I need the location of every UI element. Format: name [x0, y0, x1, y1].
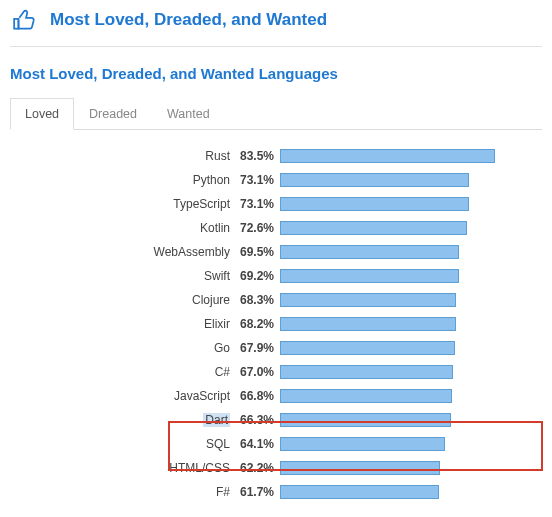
bar-row: Swift69.2%: [10, 266, 542, 286]
bar-row: Clojure68.3%: [10, 290, 542, 310]
tab-bar: Loved Dreaded Wanted: [10, 98, 542, 130]
bar-value-label: 66.3%: [240, 413, 280, 427]
bar-value-label: 66.8%: [240, 389, 280, 403]
bar-fill: [280, 269, 459, 283]
bar-fill: [280, 461, 440, 475]
bar-value-label: 72.6%: [240, 221, 280, 235]
bar-track: [280, 245, 538, 259]
page-title: Most Loved, Dreaded, and Wanted: [50, 10, 327, 30]
tab-loved[interactable]: Loved: [10, 98, 74, 130]
bar-track: [280, 221, 538, 235]
page-header: Most Loved, Dreaded, and Wanted: [10, 6, 542, 47]
bar-row: Python73.1%: [10, 170, 542, 190]
bar-track: [280, 317, 538, 331]
bar-fill: [280, 221, 467, 235]
bar-row: C#67.0%: [10, 362, 542, 382]
bar-category-label: Python: [10, 173, 240, 187]
tab-dreaded[interactable]: Dreaded: [74, 98, 152, 130]
chart-container: Rust83.5%Python73.1%TypeScript73.1%Kotli…: [10, 146, 542, 502]
bar-value-label: 73.1%: [240, 173, 280, 187]
bar-row: JavaScript66.8%: [10, 386, 542, 406]
bar-category-label: Dart: [10, 413, 240, 427]
bar-category-label: TypeScript: [10, 197, 240, 211]
bar-row: TypeScript73.1%: [10, 194, 542, 214]
bar-track: [280, 485, 538, 499]
bar-track: [280, 341, 538, 355]
bar-track: [280, 365, 538, 379]
bar-fill: [280, 341, 455, 355]
bar-fill: [280, 197, 469, 211]
bar-track: [280, 437, 538, 451]
bar-category-label: Go: [10, 341, 240, 355]
bar-fill: [280, 365, 453, 379]
bar-category-label: Elixir: [10, 317, 240, 331]
bar-row: HTML/CSS62.2%: [10, 458, 542, 478]
bar-value-label: 67.0%: [240, 365, 280, 379]
bar-fill: [280, 413, 451, 427]
bar-row: Rust83.5%: [10, 146, 542, 166]
bar-row: Kotlin72.6%: [10, 218, 542, 238]
bar-track: [280, 197, 538, 211]
bar-row: Go67.9%: [10, 338, 542, 358]
bar-value-label: 69.5%: [240, 245, 280, 259]
bar-chart: Rust83.5%Python73.1%TypeScript73.1%Kotli…: [10, 146, 542, 502]
bar-category-label: SQL: [10, 437, 240, 451]
bar-track: [280, 389, 538, 403]
bar-track: [280, 269, 538, 283]
bar-category-label: C#: [10, 365, 240, 379]
bar-track: [280, 149, 538, 163]
bar-category-label: Kotlin: [10, 221, 240, 235]
bar-fill: [280, 293, 456, 307]
bar-row: Dart66.3%: [10, 410, 542, 430]
bar-track: [280, 461, 538, 475]
bar-value-label: 62.2%: [240, 461, 280, 475]
bar-fill: [280, 317, 456, 331]
bar-track: [280, 173, 538, 187]
bar-fill: [280, 245, 459, 259]
bar-value-label: 83.5%: [240, 149, 280, 163]
bar-value-label: 67.9%: [240, 341, 280, 355]
bar-category-label: WebAssembly: [10, 245, 240, 259]
bar-category-label: Swift: [10, 269, 240, 283]
thumbs-up-icon: [10, 6, 40, 34]
bar-fill: [280, 437, 445, 451]
bar-row: F#61.7%: [10, 482, 542, 502]
bar-fill: [280, 485, 439, 499]
bar-row: SQL64.1%: [10, 434, 542, 454]
bar-category-label: Rust: [10, 149, 240, 163]
tab-wanted[interactable]: Wanted: [152, 98, 225, 130]
bar-category-label: Clojure: [10, 293, 240, 307]
bar-row: WebAssembly69.5%: [10, 242, 542, 262]
bar-value-label: 68.3%: [240, 293, 280, 307]
bar-fill: [280, 173, 469, 187]
bar-category-label: F#: [10, 485, 240, 499]
bar-track: [280, 413, 538, 427]
bar-row: Elixir68.2%: [10, 314, 542, 334]
bar-value-label: 61.7%: [240, 485, 280, 499]
section-title: Most Loved, Dreaded, and Wanted Language…: [10, 65, 542, 82]
bar-value-label: 69.2%: [240, 269, 280, 283]
bar-value-label: 68.2%: [240, 317, 280, 331]
bar-value-label: 64.1%: [240, 437, 280, 451]
bar-category-label: HTML/CSS: [10, 461, 240, 475]
bar-fill: [280, 149, 495, 163]
bar-value-label: 73.1%: [240, 197, 280, 211]
bar-fill: [280, 389, 452, 403]
bar-track: [280, 293, 538, 307]
bar-category-label: JavaScript: [10, 389, 240, 403]
